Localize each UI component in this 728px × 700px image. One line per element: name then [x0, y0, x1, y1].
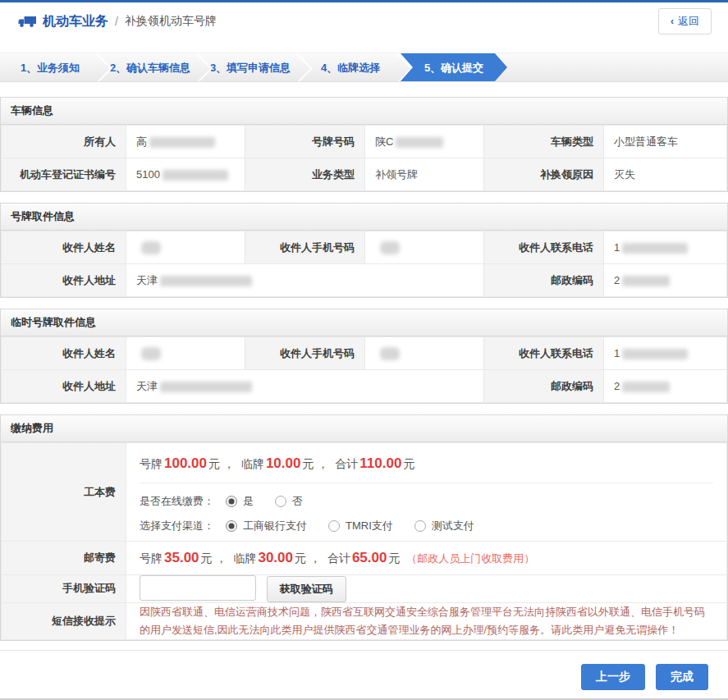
section-title: 号牌取件信息: [1, 204, 727, 231]
radio-label: 测试支付: [432, 519, 474, 533]
field-label: 邮政编码: [484, 370, 604, 403]
step-3-fill-application[interactable]: 3、填写申请信息: [200, 53, 300, 81]
sms-notice-cell: 因陕西省联通、电信运营商技术问题，陕西省互联网交通安全综合服务管理平台无法向持陕…: [126, 602, 727, 639]
postage-fee-cell: 号牌35.00元， 临牌30.00元， 合计65.00元 （邮政人员上门收取费用…: [126, 542, 727, 575]
radio-unchecked-icon[interactable]: [328, 520, 340, 532]
divider: [140, 483, 713, 483]
field-value: 2: [604, 370, 727, 403]
redacted-text: [380, 347, 400, 360]
radio-option-icbc[interactable]: 工商银行支付: [226, 519, 307, 533]
radio-checked-icon[interactable]: [226, 520, 237, 532]
redacted-text: [141, 347, 161, 360]
plate-fee-amount: 100.00: [164, 455, 207, 471]
field-label: 收件人联系电话: [484, 231, 604, 264]
page-title: 机动车业务: [43, 13, 108, 30]
field-label: 收件人手机号码: [245, 337, 365, 370]
field-value: 高: [126, 126, 245, 158]
get-captcha-button[interactable]: 获取验证码: [267, 576, 346, 602]
radio-option-tmri[interactable]: TMRI支付: [328, 519, 393, 533]
radio-option-test[interactable]: 测试支付: [414, 519, 474, 533]
table-row: 所有人 高 号牌号码 陕C 车辆类型 小型普通客车: [2, 126, 727, 158]
field-value: [365, 231, 484, 264]
step-2-confirm-vehicle[interactable]: 2、确认车辆信息: [100, 53, 200, 81]
captcha-cell: 获取验证码: [126, 575, 727, 603]
section-title: 临时号牌取件信息: [1, 309, 727, 336]
field-value: 1: [604, 231, 727, 264]
section-temp-plate-pickup: 临时号牌取件信息 收件人姓名 收件人手机号码 收件人联系电话 1 收件人地址 天…: [0, 309, 728, 404]
cost-fee-cell: 号牌100.00元， 临牌10.00元， 合计110.00元 是否在线缴费： 是: [126, 443, 727, 542]
field-label: 收件人地址: [2, 370, 126, 403]
field-label: 收件人地址: [2, 264, 126, 297]
captcha-input[interactable]: [140, 575, 256, 601]
redacted-text: [622, 349, 688, 359]
back-button[interactable]: ‹ 返回: [658, 8, 712, 34]
field-value: 灭失: [604, 158, 727, 191]
redacted-text: [160, 382, 252, 392]
field-label: 工本费: [2, 443, 126, 542]
cost-fee-line: 号牌100.00元， 临牌10.00元， 合计110.00元: [140, 443, 713, 483]
step-4-temp-plate[interactable]: 4、临牌选择: [300, 53, 401, 81]
back-button-label: 返回: [678, 14, 699, 29]
field-label: 收件人姓名: [2, 231, 126, 264]
field-label: 收件人联系电话: [484, 337, 604, 370]
table-row: 收件人姓名 收件人手机号码 收件人联系电话 1: [2, 231, 727, 264]
breadcrumb-separator: /: [115, 15, 118, 28]
radio-label: 是: [243, 494, 254, 509]
section-title: 车辆信息: [1, 98, 727, 125]
previous-step-button[interactable]: 上一步: [581, 664, 645, 690]
finish-button[interactable]: 完成: [656, 664, 708, 690]
payment-channel-question: 选择支付渠道：: [140, 519, 214, 533]
redacted-text: [380, 241, 400, 254]
redacted-text: [149, 137, 215, 148]
field-value: 天津: [126, 264, 484, 297]
field-value: 补领号牌: [365, 158, 484, 191]
field-value: 1: [604, 337, 727, 370]
table-row: 机动车登记证书编号 5100 业务类型 补领号牌 补换领原因 灭失: [2, 158, 727, 191]
radio-unchecked-icon[interactable]: [275, 496, 286, 507]
postage-note: （邮政人员上门收取费用）: [406, 552, 534, 565]
field-label: 号牌号码: [245, 126, 365, 158]
radio-option-no[interactable]: 否: [275, 494, 303, 509]
total-postage-amount: 65.00: [352, 550, 387, 565]
table-row: 收件人姓名 收件人手机号码 收件人联系电话 1: [2, 337, 727, 370]
redacted-text: [141, 241, 161, 254]
field-value: 2: [604, 264, 727, 297]
table-row: 收件人地址 天津 邮政编码 2: [2, 370, 727, 403]
field-label: 车辆类型: [484, 126, 604, 158]
field-label: 邮政编码: [484, 264, 604, 297]
redacted-text: [396, 137, 443, 148]
online-payment-question: 是否在线缴费：: [140, 494, 214, 509]
field-value: [126, 337, 245, 370]
payment-channel-radio-group: 选择支付渠道： 工商银行支付 TMRI支付 测试支付: [140, 516, 713, 541]
table-row: 邮寄费 号牌35.00元， 临牌30.00元， 合计65.00元 （邮政人员上门…: [2, 542, 727, 575]
field-label: 手机验证码: [2, 575, 126, 603]
header: 机动车业务 / 补换领机动车号牌 ‹ 返回: [0, 2, 728, 40]
table-row: 收件人地址 天津 邮政编码 2: [2, 264, 727, 297]
footer-actions: 上一步 完成: [0, 650, 728, 690]
section-vehicle-info: 车辆信息 所有人 高 号牌号码 陕C 车辆类型 小型普通客车 机动车登记证书编号…: [0, 97, 728, 192]
radio-unchecked-icon[interactable]: [414, 520, 426, 532]
step-5-confirm-submit[interactable]: 5、确认提交: [401, 53, 507, 81]
truck-icon: [18, 15, 37, 28]
radio-label: TMRI支付: [346, 519, 393, 533]
section-plate-pickup: 号牌取件信息 收件人姓名 收件人手机号码 收件人联系电话 1 收件人地址 天津 …: [0, 203, 728, 298]
chevron-left-icon: ‹: [671, 16, 674, 26]
online-payment-radio-group: 是否在线缴费： 是 否: [140, 492, 713, 516]
redacted-text: [160, 276, 252, 286]
redacted-text: [163, 170, 228, 181]
step-wizard: 1、业务须知 2、确认车辆信息 3、填写申请信息 4、临牌选择 5、确认提交: [0, 53, 728, 82]
redacted-text: [622, 276, 670, 286]
sms-notice-text: 因陕西省联通、电信运营商技术问题，陕西省互联网交通安全综合服务管理平台无法向持陕…: [140, 603, 713, 639]
page: 机动车业务 / 补换领机动车号牌 ‹ 返回 1、业务须知 2、确认车辆信息 3、…: [0, 0, 728, 700]
field-value: 小型普通客车: [604, 126, 727, 158]
field-label: 机动车登记证书编号: [2, 158, 126, 191]
radio-label: 工商银行支付: [243, 519, 307, 533]
radio-checked-icon[interactable]: [226, 496, 237, 507]
table-row: 工本费 号牌100.00元， 临牌10.00元， 合计110.00元 是否在线缴…: [2, 443, 727, 542]
field-label: 收件人姓名: [2, 337, 126, 370]
field-value: 5100: [126, 158, 245, 191]
step-1-business-notice[interactable]: 1、业务须知: [0, 53, 100, 81]
table-row: 手机验证码 获取验证码: [2, 575, 727, 603]
section-fees: 缴纳费用 工本费 号牌100.00元， 临牌10.00元， 合计110.00元 …: [0, 414, 728, 641]
radio-option-yes[interactable]: 是: [226, 494, 254, 509]
